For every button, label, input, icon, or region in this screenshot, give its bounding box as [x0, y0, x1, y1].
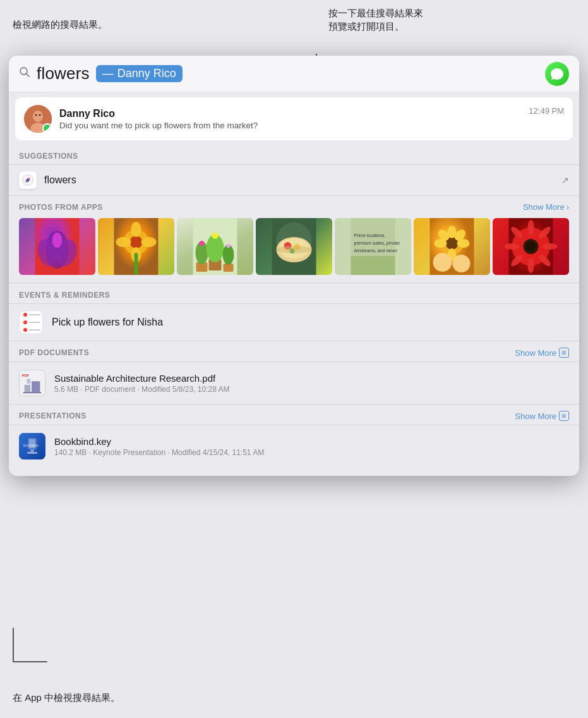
- svg-rect-77: [23, 392, 42, 393]
- svg-point-3: [33, 111, 43, 122]
- pdf-doc-row[interactable]: PDF Sustainable Architecture Research.pd…: [9, 363, 579, 403]
- bottom-padding: [9, 466, 579, 476]
- photo-thumb-7[interactable]: [493, 218, 569, 275]
- svg-rect-74: [25, 385, 31, 392]
- annotation-top-left: 檢視網路的搜尋結果。: [13, 18, 107, 31]
- suggestions-header: Suggestions: [9, 145, 579, 163]
- pdf-title: PDF Documents: [19, 348, 89, 357]
- svg-line-1: [27, 74, 30, 77]
- svg-point-60: [453, 255, 471, 272]
- reminders-icon: [19, 310, 43, 334]
- photo-thumb-1[interactable]: [19, 218, 95, 275]
- divider-7: [9, 404, 579, 405]
- svg-point-17: [52, 233, 63, 248]
- contact-avatar: [24, 105, 52, 133]
- svg-point-20: [130, 236, 143, 248]
- spotlight-window: flowers — Danny Rico: [9, 56, 579, 476]
- photos-show-more[interactable]: Show More ›: [523, 202, 569, 212]
- svg-point-35: [227, 244, 231, 248]
- events-section-header: Events & Reminders: [9, 284, 579, 302]
- safari-icon: [19, 171, 37, 189]
- svg-point-64: [528, 258, 534, 273]
- svg-point-63: [528, 220, 534, 235]
- presentations-title: Presentations: [19, 411, 87, 420]
- keynote-doc-name: Bookbind.key: [54, 436, 569, 447]
- photo-thumb-2[interactable]: [98, 218, 174, 275]
- photos-title: Photos From Apps: [19, 203, 103, 212]
- show-more-rect-icon: ⊞: [559, 348, 569, 358]
- callout-line-bottom-h: [13, 661, 47, 662]
- svg-text:BOOKBIND: BOOKBIND: [23, 444, 39, 447]
- annotation-bottom: 在 App 中檢視搜尋結果。: [13, 692, 120, 704]
- svg-text:Prime locations,: Prime locations,: [354, 233, 386, 238]
- filter-dash: —: [102, 67, 114, 80]
- keynote-doc-info: Bookbind.key 140.2 MB · Keynote Presenta…: [54, 436, 569, 457]
- svg-text:PDF: PDF: [22, 374, 30, 377]
- svg-point-6: [39, 114, 41, 116]
- photo-thumb-3[interactable]: [177, 218, 253, 275]
- svg-point-66: [543, 243, 558, 250]
- svg-rect-83: [27, 452, 37, 454]
- svg-point-24: [141, 237, 157, 247]
- search-filter-tag[interactable]: — Danny Rico: [96, 65, 183, 82]
- photo-thumb-4[interactable]: [256, 218, 332, 275]
- keynote-file-icon: BOOKBIND: [19, 433, 45, 459]
- top-result-name: Danny Rico: [59, 108, 521, 119]
- divider-6: [9, 362, 579, 362]
- top-result-message: Did you want me to pick up flowers from …: [59, 121, 521, 130]
- svg-text:Airstreams, and never: Airstreams, and never: [354, 248, 398, 253]
- svg-point-65: [505, 243, 520, 250]
- keynote-doc-meta: 140.2 MB · Keynote Presentation · Modifi…: [54, 448, 569, 457]
- search-icon: [19, 66, 30, 81]
- pdf-file-icon: PDF: [19, 370, 45, 396]
- photo-thumb-5[interactable]: Prime locations, premium suites, private…: [335, 218, 411, 275]
- external-link-icon: ↗: [561, 175, 569, 185]
- top-result-info: Danny Rico Did you want me to pick up fl…: [59, 108, 521, 130]
- svg-rect-49: [351, 256, 395, 275]
- divider-8: [9, 425, 579, 425]
- svg-point-59: [433, 253, 452, 272]
- top-result-row[interactable]: Danny Rico Did you want me to pick up fl…: [15, 97, 573, 140]
- pdf-doc-name: Sustainable Architecture Research.pdf: [54, 373, 569, 384]
- svg-point-23: [116, 237, 131, 247]
- messages-status-badge: [42, 123, 52, 133]
- keynote-doc-row[interactable]: BOOKBIND Bookbind.key 140.2 MB · Keynote…: [9, 427, 579, 466]
- svg-point-43: [277, 246, 312, 253]
- suggestion-text: flowers: [44, 174, 554, 186]
- messages-app-icon[interactable]: [545, 62, 569, 86]
- event-row[interactable]: Pick up flowers for Nisha: [9, 305, 579, 339]
- divider-2: [9, 195, 579, 196]
- divider-3: [9, 283, 579, 283]
- pdf-doc-info: Sustainable Architecture Research.pdf 5.…: [54, 373, 569, 394]
- filter-name: Danny Rico: [117, 67, 176, 80]
- photos-section-header: Photos From Apps Show More ›: [9, 197, 579, 214]
- photos-grid: Prime locations, premium suites, private…: [9, 214, 579, 281]
- divider-1: [9, 164, 579, 165]
- svg-rect-82: [30, 449, 34, 452]
- divider-4: [9, 303, 579, 304]
- divider-5: [9, 341, 579, 341]
- event-text: Pick up flowers for Nisha: [52, 317, 163, 328]
- svg-point-72: [526, 241, 536, 252]
- presentations-show-more[interactable]: Show More ⊞: [515, 411, 569, 421]
- callout-line-bottom: [13, 628, 14, 662]
- pdf-section-header: PDF Documents Show More ⊞: [9, 343, 579, 360]
- svg-point-21: [131, 222, 141, 237]
- presentations-show-more-icon: ⊞: [559, 411, 569, 421]
- svg-point-34: [212, 233, 219, 239]
- svg-point-5: [35, 114, 37, 116]
- annotation-top-right: 按一下最佳搜尋結果來 預覽或打開項目。: [328, 6, 423, 33]
- svg-rect-25: [135, 253, 138, 275]
- suggestion-row[interactable]: flowers ↗: [9, 166, 579, 194]
- search-query-text: flowers: [37, 64, 90, 83]
- svg-rect-76: [27, 379, 30, 384]
- top-result-time: 12:49 PM: [529, 106, 564, 116]
- svg-rect-75: [32, 381, 40, 392]
- pdf-show-more[interactable]: Show More ⊞: [515, 348, 569, 358]
- search-bar[interactable]: flowers — Danny Rico: [9, 56, 579, 92]
- presentations-section-header: Presentations Show More ⊞: [9, 406, 579, 423]
- photo-thumb-6[interactable]: [414, 218, 490, 275]
- svg-point-33: [200, 241, 205, 246]
- pdf-doc-meta: 5.6 MB · PDF document · Modified 5/8/23,…: [54, 385, 569, 394]
- svg-text:premium suites, private: premium suites, private: [354, 241, 400, 246]
